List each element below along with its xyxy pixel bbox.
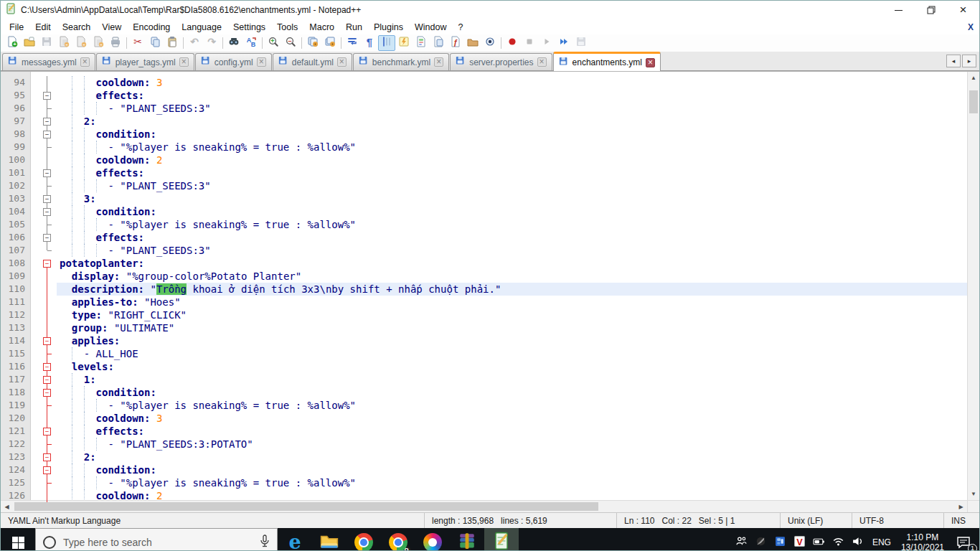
code-line-115[interactable]: - ALL_HOE: [57, 347, 967, 360]
status-encoding[interactable]: UTF-8: [852, 513, 943, 528]
microphone-icon[interactable]: [260, 534, 270, 550]
tab-close-icon[interactable]: ×: [337, 57, 347, 67]
fold-collapse-icon[interactable]: −: [43, 92, 51, 100]
code-line-105[interactable]: - "%player is sneaking% = true : %allow%…: [57, 218, 967, 231]
function-list-button[interactable]: ƒ: [447, 35, 464, 51]
code-line-106[interactable]: effects:: [57, 231, 967, 244]
indent-guide-button[interactable]: [378, 35, 395, 51]
menu-item-encoding[interactable]: Encoding: [127, 21, 176, 34]
code-line-122[interactable]: - "PLANT_SEEDS:3:POTATO": [57, 438, 967, 451]
doc-map-button[interactable]: [413, 35, 430, 51]
taskbar-notepad-plus-plus-button[interactable]: [484, 528, 519, 551]
language-indicator[interactable]: ENG: [867, 528, 896, 551]
fold-collapse-icon[interactable]: −: [43, 169, 51, 177]
code-line-114[interactable]: applies:: [57, 334, 967, 347]
search-input[interactable]: Type here to search: [35, 528, 278, 551]
code-line-99[interactable]: - "%player is sneaking% = true : %allow%…: [57, 141, 967, 154]
code-line-117[interactable]: 1:: [57, 373, 967, 386]
code-line-123[interactable]: 2:: [57, 451, 967, 463]
action-center-button[interactable]: 1: [949, 528, 978, 551]
tab-config-yml[interactable]: config.yml×: [195, 53, 272, 70]
fold-collapse-icon[interactable]: −: [43, 428, 51, 435]
menu-item-macro[interactable]: Macro: [303, 21, 340, 34]
code-line-124[interactable]: condition:: [57, 463, 967, 476]
tab-messages-yml[interactable]: messages.yml×: [2, 53, 95, 70]
tray-app-2-tray-button[interactable]: [771, 528, 790, 551]
tab-scroll-right-icon[interactable]: ▸: [962, 55, 976, 67]
tab-close-icon[interactable]: ×: [434, 57, 443, 67]
scroll-left-icon[interactable]: ◀: [1, 501, 13, 512]
fold-collapse-icon[interactable]: −: [43, 453, 51, 461]
fold-collapse-icon[interactable]: −: [43, 260, 51, 268]
fold-collapse-icon[interactable]: −: [43, 376, 51, 384]
horizontal-scroll-thumb[interactable]: [14, 502, 598, 511]
taskbar-edge-button[interactable]: e: [278, 528, 312, 551]
vertical-scrollbar[interactable]: ▲ ▼: [967, 72, 979, 500]
show-all-characters-button[interactable]: ¶: [361, 35, 378, 51]
code-line-107[interactable]: - "PLANT_SEEDS:3": [57, 244, 967, 257]
code-line-116[interactable]: levels:: [57, 360, 967, 373]
code-line-125[interactable]: - "%player is sneaking% = true : %allow%…: [57, 476, 967, 489]
tab-close-icon[interactable]: ×: [257, 57, 266, 67]
code-line-119[interactable]: - "%player is sneaking% = true : %allow%…: [57, 399, 967, 412]
code-line-100[interactable]: cooldown: 2: [57, 154, 967, 166]
cut-button[interactable]: ✂: [129, 35, 146, 51]
start-button[interactable]: [1, 528, 35, 551]
taskbar-chrome-profile-button[interactable]: P: [381, 528, 415, 551]
scroll-right-icon[interactable]: ▶: [955, 501, 967, 512]
editor[interactable]: 9495969798991001011021031041051061071081…: [1, 71, 979, 500]
fold-collapse-icon[interactable]: −: [43, 337, 51, 345]
doc-switcher-button[interactable]: [430, 35, 447, 51]
code-line-113[interactable]: group: "ULTIMATE": [57, 321, 967, 334]
tray-app-1-tray-button[interactable]: [751, 528, 771, 551]
open-folder-button[interactable]: [21, 35, 38, 51]
code-line-111[interactable]: applies-to: "Hoes": [57, 296, 967, 309]
minimize-button[interactable]: [882, 1, 915, 19]
menu-item-tools[interactable]: Tools: [271, 21, 303, 34]
sync-horizontal-button[interactable]: [321, 35, 339, 51]
fold-collapse-icon[interactable]: −: [43, 195, 51, 203]
menu-item-file[interactable]: File: [4, 21, 29, 34]
sync-vertical-button[interactable]: [304, 35, 321, 51]
code-line-126[interactable]: cooldown: 2: [57, 489, 967, 500]
fold-collapse-icon[interactable]: −: [43, 466, 51, 474]
clock[interactable]: 1:10 PM 13/10/2021: [896, 528, 949, 551]
code-line-95[interactable]: effects:: [57, 89, 967, 102]
unikey-tray-button[interactable]: V: [790, 528, 809, 551]
tab-benchmark-yml[interactable]: benchmark.yml×: [353, 53, 449, 70]
menu-item-window[interactable]: Window: [409, 21, 452, 34]
menu-item-edit[interactable]: Edit: [29, 21, 57, 34]
scroll-up-icon[interactable]: ▲: [968, 72, 979, 84]
code-line-120[interactable]: cooldown: 3: [57, 412, 967, 425]
code-line-97[interactable]: 2:: [57, 115, 967, 128]
fold-collapse-icon[interactable]: −: [43, 363, 51, 371]
horizontal-scroll-track[interactable]: [13, 501, 955, 512]
find-button[interactable]: [225, 35, 242, 51]
horizontal-scrollbar[interactable]: ◀ ▶: [1, 500, 979, 512]
tab-close-icon[interactable]: ×: [179, 57, 189, 67]
status-insert-mode[interactable]: INS: [943, 513, 979, 528]
macro-record-button[interactable]: [504, 35, 521, 51]
tab-close-icon[interactable]: ×: [80, 57, 90, 67]
bookmark-margin[interactable]: [31, 72, 38, 500]
user-defined-language-button[interactable]: [395, 35, 413, 51]
menu-item-settings[interactable]: Settings: [227, 21, 271, 34]
tab-close-icon[interactable]: ×: [646, 58, 655, 67]
code-line-118[interactable]: condition:: [57, 386, 967, 399]
close-button[interactable]: ×: [947, 1, 979, 19]
menu-item-search[interactable]: Search: [57, 21, 97, 34]
menu-item-language[interactable]: Language: [176, 21, 227, 34]
new-file-button[interactable]: +: [4, 35, 21, 51]
code-line-103[interactable]: 3:: [57, 192, 967, 205]
replace-button[interactable]: AB: [242, 35, 260, 51]
taskbar-file-explorer-button[interactable]: [312, 528, 347, 551]
code-line-98[interactable]: condition:: [57, 128, 967, 141]
taskbar-paint-3d-button[interactable]: [415, 528, 450, 551]
tab-scroll-left-icon[interactable]: ◂: [946, 55, 961, 67]
code-line-112[interactable]: type: "RIGHT_CLICK": [57, 309, 967, 321]
wifi-tray-button[interactable]: [829, 528, 848, 551]
zoom-in-button[interactable]: +: [265, 35, 282, 51]
code-line-121[interactable]: effects:: [57, 425, 967, 438]
fold-collapse-icon[interactable]: −: [43, 208, 51, 216]
code-line-94[interactable]: cooldown: 3: [57, 76, 967, 89]
